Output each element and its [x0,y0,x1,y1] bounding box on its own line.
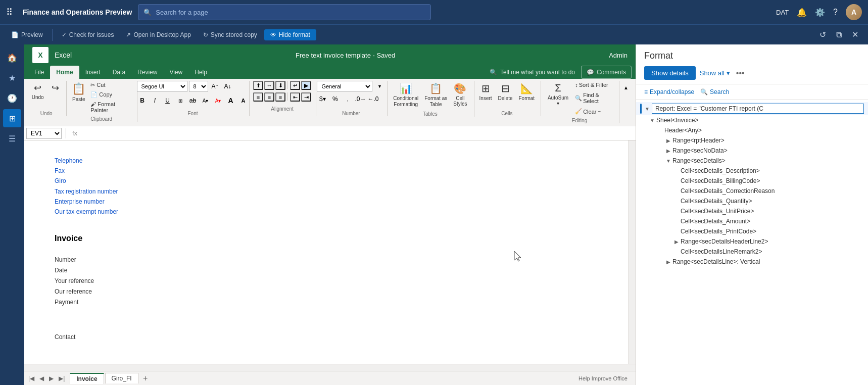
conditional-formatting-button[interactable]: 📊 ConditionalFormatting [391,81,421,109]
font-name-select[interactable]: Segoe UI [137,81,187,92]
format-button[interactable]: 📐 Format [516,81,537,103]
decrease-decimal-btn[interactable]: ←.0 [367,93,378,105]
clear-button[interactable]: 🧹 Clear ~ [573,107,615,116]
tab-view[interactable]: View [163,66,188,79]
tell-me-input[interactable]: 🔍 Tell me what you want to do [484,66,581,79]
expand-collapse-button[interactable]: ≡ Expand/collapse [644,88,694,95]
settings-icon[interactable]: ⚙️ [815,8,825,17]
font-size-a2-btn[interactable]: A [238,95,249,106]
tree-cell-amount[interactable]: Cell<secDetails_Amount> [636,216,868,226]
collapse-ribbon-btn[interactable]: ▲ [620,82,632,93]
open-desktop-button[interactable]: ↗ Open in Desktop App [121,29,196,40]
cut-button[interactable]: ✂ Cut [88,81,133,89]
sidebar-workspace-icon[interactable]: ⊞ [3,109,21,127]
add-sheet-button[interactable]: + [139,373,152,384]
align-center-btn[interactable]: ≡ [264,92,274,102]
close-panel-btn[interactable]: ✕ [848,28,862,42]
strikethrough-btn[interactable]: ab [187,95,199,106]
check-issues-button[interactable]: ✓ Check for issues [57,29,119,40]
tree-cell-description[interactable]: Cell<secDetails_Description> [636,166,868,176]
number-format-down-btn[interactable]: ▼ [374,81,385,92]
sidebar-list-icon[interactable]: ☰ [3,129,21,148]
sort-filter-button[interactable]: ↕ Sort & Filter [573,81,615,89]
tree-sheet-invoice[interactable]: ▼ Sheet<Invoice> [636,115,868,125]
tree-cell-lineremark2[interactable]: Cell<secDetailsLineRemark2> [636,247,868,257]
tab-data[interactable]: Data [107,66,131,79]
undo-button[interactable]: ↩ Undo [29,81,46,102]
sheet-area[interactable]: Telephone Fax Giro Tax registration numb… [24,140,636,371]
font-size-select[interactable]: 8 [189,81,208,92]
tree-range-headerline2[interactable]: ▶ Range<secDetailsHeaderLine2> [636,236,868,247]
find-select-button[interactable]: 🔍 Find & Select [573,91,615,105]
avatar[interactable]: A [846,4,862,20]
align-right-btn[interactable]: ≡ [275,92,285,102]
tree-range-detailsline[interactable]: ▶ Range<secDetailsLine>: Vertical [636,257,868,267]
wrap-text-btn[interactable]: ↵ [290,81,300,90]
sheet-nav-prev[interactable]: ◀ [37,374,46,383]
tree-range-secdetails[interactable]: ▼ Range<secDetails> [636,156,868,166]
tab-home[interactable]: Home [50,66,79,79]
increase-indent-btn[interactable]: ⇥ [301,92,311,102]
increase-font-btn[interactable]: A↑ [210,81,221,92]
tab-help[interactable]: Help [188,66,213,79]
report-row[interactable]: ▼ [636,102,868,115]
tree-cell-quantity[interactable]: Cell<secDetails_Quantity> [636,196,868,206]
comma-btn[interactable]: , [342,93,353,105]
report-input[interactable] [652,104,864,114]
sheet-scrollbar-horizontal[interactable] [24,364,636,371]
tree-range-secnodata[interactable]: ▶ Range<secNoData> [636,146,868,156]
bold-btn[interactable]: B [137,95,148,106]
panel-search-button[interactable]: 🔍 Search [700,88,729,95]
font-size-a-btn[interactable]: A [225,95,236,106]
delete-button[interactable]: ⊟ Delete [496,81,515,103]
align-right-outer-btn[interactable]: ▶ [301,81,311,90]
paste-button[interactable]: 📋 Paste [70,81,87,104]
cell-reference-select[interactable]: EV1 [26,128,62,139]
tab-review[interactable]: Review [131,66,163,79]
search-bar[interactable]: 🔍 Search for a page [138,4,431,20]
show-all-button[interactable]: Show all ▾ [700,69,730,77]
tree-cell-printcode[interactable]: Cell<secDetails_PrintCode> [636,226,868,236]
currency-btn[interactable]: $▾ [317,93,328,105]
redo-button[interactable]: ↪ [47,81,64,96]
tab-file[interactable]: File [28,66,50,79]
align-left-btn[interactable]: ≡ [253,92,263,102]
number-format-select[interactable]: General [317,81,372,92]
help-icon[interactable]: ? [833,8,838,17]
preview-button[interactable]: 📄 Preview [6,29,48,40]
decrease-indent-btn[interactable]: ⇤ [290,92,300,102]
cell-styles-button[interactable]: 🎨 CellStyles [451,81,469,108]
sidebar-home-icon[interactable]: 🏠 [3,49,21,67]
waffle-icon[interactable]: ⠿ [6,7,13,18]
decrease-font-btn[interactable]: A↓ [222,81,233,92]
autosum-button[interactable]: Σ AutoSum ▾ [544,81,572,108]
bell-icon[interactable]: 🔔 [797,8,807,17]
sidebar-star-icon[interactable]: ★ [3,69,21,87]
border-btn[interactable]: ⊞ [175,95,186,106]
copy-button[interactable]: 📄 Copy [88,90,133,99]
insert-button[interactable]: ⊞ Insert [477,81,495,103]
sidebar-recent-icon[interactable]: 🕐 [3,89,21,107]
align-bottom-btn[interactable]: ⬇ [275,81,285,90]
more-options-button[interactable]: ••• [736,69,745,78]
sheet-tab-giro[interactable]: Giro_FI [105,373,138,383]
sync-button[interactable]: ↻ Sync stored copy [198,29,262,40]
popout-icon-btn[interactable]: ⧉ [832,28,846,42]
format-painter-button[interactable]: 🖌 Format Painter [88,100,133,114]
sheet-tab-invoice[interactable]: Invoice [70,373,104,384]
align-top-btn[interactable]: ⬆ [253,81,263,90]
increase-decimal-btn[interactable]: .0→ [355,93,366,105]
underline-btn[interactable]: U [162,95,173,106]
tree-cell-correctionreason[interactable]: Cell<secDetails_CorrectionReason [636,186,868,196]
align-middle-btn[interactable]: ↔ [264,81,274,90]
percent-btn[interactable]: % [329,93,341,105]
tree-cell-unitprice[interactable]: Cell<secDetails_UnitPrice> [636,206,868,216]
hide-format-button[interactable]: 👁 Hide format [264,29,316,40]
font-color-btn[interactable]: A▾ [213,95,224,106]
sheet-scrollbar-vertical[interactable] [629,140,636,364]
tree-header-any[interactable]: Header<Any> [636,125,868,135]
sheet-nav-first[interactable]: |◀ [26,374,36,383]
format-as-table-button[interactable]: 📋 Format asTable [422,81,450,109]
refresh-icon-btn[interactable]: ↺ [815,28,830,42]
italic-btn[interactable]: I [150,95,161,106]
